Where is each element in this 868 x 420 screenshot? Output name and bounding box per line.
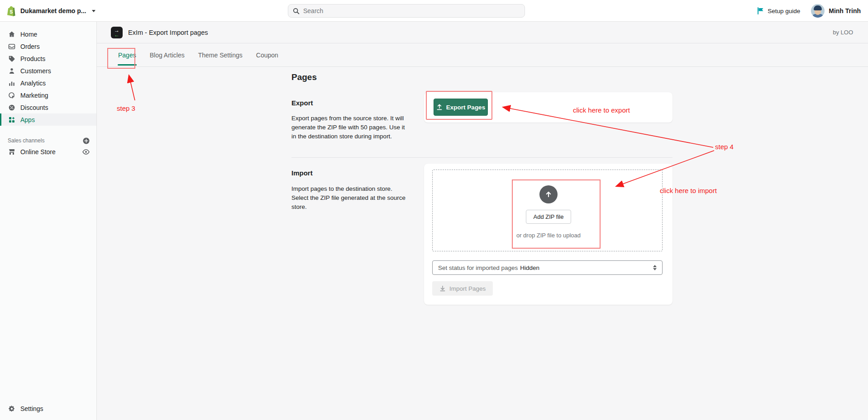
sidebar-item-settings[interactable]: Settings [0, 402, 96, 415]
user-name: Minh Trinh [829, 7, 861, 14]
home-icon [8, 30, 15, 38]
gear-icon [8, 405, 15, 412]
sidebar-item-analytics[interactable]: Analytics [0, 77, 96, 89]
sidebar-item-label: Marketing [20, 92, 48, 99]
tab-label: Pages [118, 52, 136, 59]
sidebar-item-label: Settings [20, 405, 43, 412]
topbar: S Dukamarket demo p... Setup guide Minh … [0, 0, 868, 22]
storefront-icon [8, 148, 15, 156]
flag-icon [757, 7, 764, 14]
import-section-label: Import [291, 169, 313, 177]
sidebar-item-label: Analytics [20, 80, 46, 87]
annotation-step3: step 3 [117, 104, 135, 112]
tab-coupon[interactable]: Coupon [256, 43, 279, 66]
avatar [811, 4, 825, 18]
select-stepper-icon [653, 265, 657, 270]
svg-text:S: S [10, 9, 13, 14]
chevron-down-icon [92, 10, 95, 12]
export-pages-button[interactable]: Export Pages [434, 99, 488, 116]
sidebar-item-label: Apps [20, 116, 35, 123]
discount-icon [8, 104, 15, 111]
tab-label: Blog Articles [150, 52, 185, 59]
shopify-logo-icon: S [6, 6, 16, 16]
section-divider [291, 157, 672, 158]
orders-icon [8, 42, 15, 50]
app-title: ExIm - Export Import pages [128, 29, 208, 36]
app-byline: by LOO [833, 29, 853, 36]
sidebar-item-label: Home [20, 31, 37, 38]
sidebar-item-customers[interactable]: Customers [0, 65, 96, 77]
export-section-label: Export [291, 99, 313, 107]
setup-guide-button[interactable]: Setup guide [757, 7, 800, 14]
tab-label: Theme Settings [198, 52, 243, 59]
marketing-icon [8, 91, 15, 99]
export-section-description: Export pages from the source store. It w… [291, 114, 407, 141]
search-input[interactable] [303, 7, 520, 14]
annotation-step4: step 4 [715, 143, 734, 151]
zip-dropzone[interactable]: Add ZIP file or drop ZIP file to upload [432, 170, 663, 251]
search-icon [293, 8, 300, 14]
sidebar-item-orders[interactable]: Orders [0, 40, 96, 52]
store-switcher[interactable]: S Dukamarket demo p... [6, 0, 95, 22]
sales-channels-label: Sales channels [8, 137, 44, 144]
sidebar-item-label: Products [20, 55, 45, 62]
tab-theme-settings[interactable]: Theme Settings [198, 43, 243, 66]
tab-bar: Pages Blog Articles Theme Settings Coupo… [97, 43, 868, 67]
status-select-label: Set status for imported pages [438, 264, 518, 271]
sidebar-item-label: Online Store [20, 148, 56, 156]
global-search[interactable] [288, 4, 525, 18]
add-zip-file-button[interactable]: Add ZIP file [526, 210, 571, 224]
download-icon [439, 285, 446, 292]
sidebar-item-marketing[interactable]: Marketing [0, 89, 96, 101]
tab-pages[interactable]: Pages [118, 43, 137, 66]
exim-app-icon: →← [111, 27, 123, 38]
page-title: Pages [291, 72, 317, 82]
app-header: →← ExIm - Export Import pages by LOO [97, 22, 868, 43]
sidebar-item-label: Discounts [20, 104, 48, 111]
upload-circle-icon [539, 185, 558, 203]
person-icon [8, 67, 15, 75]
status-select[interactable]: Set status for imported pages Hidden [432, 260, 663, 275]
tag-icon [8, 55, 15, 62]
export-card: Export Pages [424, 92, 672, 123]
import-button-label: Import Pages [449, 285, 486, 292]
sidebar-item-label: Customers [20, 67, 51, 75]
bar-chart-icon [8, 79, 15, 87]
status-select-value: Hidden [520, 264, 539, 271]
sidebar-item-apps[interactable]: Apps [0, 113, 96, 126]
sidebar-item-label: Orders [20, 43, 40, 50]
sidebar: Home Orders Products Customers Analytics… [0, 22, 97, 420]
user-menu[interactable]: Minh Trinh [811, 4, 861, 18]
export-button-label: Export Pages [446, 104, 485, 111]
import-pages-button[interactable]: Import Pages [432, 281, 493, 296]
setup-guide-label: Setup guide [768, 8, 800, 14]
apps-icon [8, 116, 15, 123]
tab-label: Coupon [256, 52, 278, 59]
view-store-eye-icon[interactable] [82, 149, 90, 155]
tab-blog-articles[interactable]: Blog Articles [149, 43, 185, 66]
sidebar-item-discounts[interactable]: Discounts [0, 101, 96, 113]
sidebar-item-online-store[interactable]: Online Store [0, 146, 96, 158]
sidebar-item-home[interactable]: Home [0, 28, 96, 40]
store-name: Dukamarket demo p... [20, 7, 86, 14]
drop-hint-text: or drop ZIP file to upload [485, 232, 612, 239]
upload-icon [436, 104, 443, 110]
import-card: Add ZIP file or drop ZIP file to upload … [424, 164, 672, 305]
sidebar-item-products[interactable]: Products [0, 52, 96, 65]
add-sales-channel-button[interactable] [83, 137, 90, 144]
import-section-description: Import pages to the destination store. S… [291, 184, 407, 212]
